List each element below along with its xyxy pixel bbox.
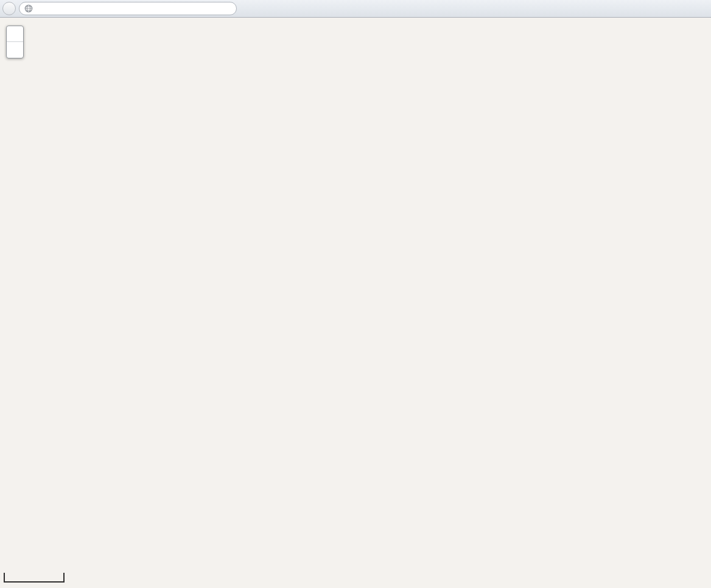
app-window — [0, 0, 711, 588]
browser-chrome — [0, 0, 711, 18]
back-button[interactable] — [2, 2, 16, 15]
zoom-in-button[interactable] — [7, 26, 23, 42]
scale-bar — [4, 573, 65, 583]
zoom-out-button[interactable] — [7, 42, 23, 58]
zoom-control — [6, 26, 24, 58]
map-canvas[interactable] — [0, 0, 711, 588]
globe-icon — [24, 4, 33, 13]
address-bar[interactable] — [19, 2, 237, 15]
volcano-photo-overlay — [332, 211, 483, 354]
